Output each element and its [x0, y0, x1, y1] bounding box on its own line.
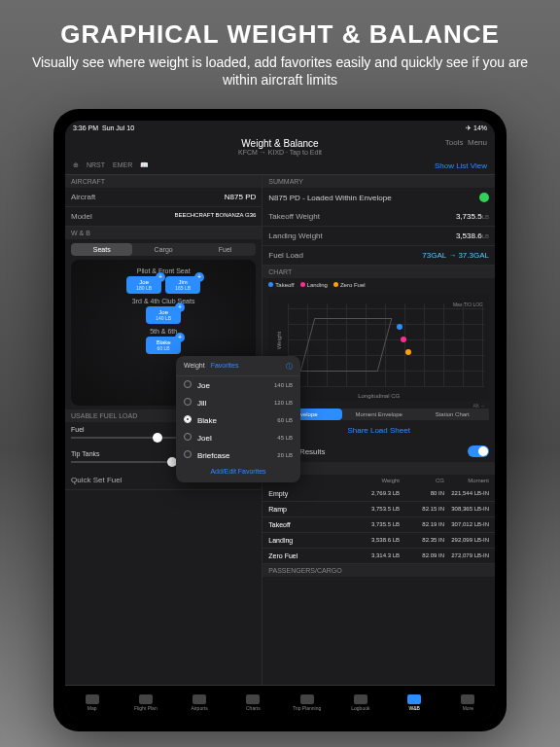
popover-tab-favorites[interactable]: Favorites	[211, 362, 239, 372]
tab-trip-planning[interactable]: Trip Planning	[280, 686, 333, 720]
check-icon	[479, 193, 489, 202]
tab-cargo[interactable]: Cargo	[132, 243, 193, 256]
wb-tabs[interactable]: Seats Cargo Fuel	[71, 243, 256, 256]
seat-3[interactable]: Joe140 LB+	[146, 306, 181, 324]
show-list-view-button[interactable]: Show List View	[435, 161, 487, 170]
tab-fuel[interactable]: Fuel	[194, 243, 256, 256]
summary-section: SUMMARY	[262, 175, 495, 188]
favorite-option[interactable]: Jill120 LB	[176, 394, 300, 411]
pax-section: PASSENGERS/CARGO	[262, 564, 495, 577]
add-icon[interactable]: +	[175, 333, 185, 342]
tab-station-chart[interactable]: Station Chart	[415, 409, 489, 420]
favorite-option[interactable]: Briefcase20 LB	[176, 446, 300, 464]
takeoff-point	[397, 324, 402, 330]
route-subtitle[interactable]: KFCM → KIXD · Tap to Edit	[65, 149, 495, 156]
favorite-option[interactable]: Blake60 LB	[176, 411, 300, 429]
tab-map[interactable]: Map	[65, 686, 119, 720]
tab-airports[interactable]: Airports	[173, 686, 227, 720]
statusbar: 3:36 PM Sun Jul 10 ✈︎ 14%	[65, 121, 495, 136]
add-icon[interactable]: +	[156, 272, 165, 282]
favorite-option[interactable]: Joe140 LB	[176, 376, 300, 394]
favorite-option[interactable]: Joel45 LB	[176, 429, 300, 446]
wb-section: W & B	[65, 227, 262, 239]
seat-front[interactable]: Jim165 LB+	[165, 276, 200, 294]
aircraft-section: AIRCRAFT	[65, 175, 262, 188]
tab-logbook[interactable]: Logbook	[333, 686, 387, 720]
chart-legend: Takeoff Landing Zero Fuel	[262, 278, 495, 292]
detailed-results-toggle[interactable]	[468, 445, 489, 457]
phase-row: Empty2,769.3 LB80 IN221,544 LB-IN	[262, 486, 495, 502]
ipad-frame: 3:36 PM Sun Jul 10 ✈︎ 14% Weight & Balan…	[53, 109, 507, 731]
add-icon[interactable]: +	[175, 302, 185, 312]
chart-section: CHART	[262, 266, 495, 278]
model-row: Model BEECHCRAFT BONANZA G36	[65, 207, 262, 227]
phase-row: Landing3,538.6 LB82.35 IN292,099 LB-IN	[262, 533, 495, 549]
hero-subtitle: Visually see where weight is loaded, add…	[29, 53, 531, 89]
tab-wb[interactable]: W&B	[388, 686, 441, 720]
waypoint-button[interactable]: ⊕	[73, 161, 79, 170]
phase-row: Zero Fuel3,314.3 LB82.09 IN272,079 LB-IN	[262, 549, 495, 564]
phase-row: Takeoff3,735.5 LB82.19 IN307,012 LB-IN	[262, 517, 495, 533]
seat-pilot[interactable]: Joe180 LB+	[126, 276, 161, 294]
tab-seats[interactable]: Seats	[71, 243, 132, 256]
menu-button[interactable]: Menu	[468, 138, 487, 147]
tabbar: Map Flight Plan Airports Charts Trip Pla…	[65, 685, 495, 720]
favorites-popover: WeightFavoritesⓘ Joe140 LB Jill120 LB Bl…	[176, 356, 300, 482]
phase-row: Ramp3,753.5 LB82.15 IN308,365 LB-IN	[262, 502, 495, 517]
status-text: N875 PD - Loaded Within Envelope	[268, 194, 391, 202]
tab-charts[interactable]: Charts	[227, 686, 280, 720]
add-edit-favorites-link[interactable]: Add/Edit Favorites	[176, 464, 300, 479]
info-icon[interactable]: ⓘ	[286, 362, 293, 372]
tab-flight-plan[interactable]: Flight Plan	[119, 686, 172, 720]
wb-chart[interactable]: Max T/O LOG Weight Longitudinal CG	[268, 294, 489, 401]
tools-button[interactable]: Tools	[445, 138, 464, 147]
seat-5[interactable]: Blake60 LB+	[146, 337, 181, 354]
hero-title: GRAPHICAL WEIGHT & BALANCE	[29, 19, 531, 50]
tab-moment-envelope[interactable]: Moment Envelope	[342, 409, 416, 420]
add-icon[interactable]: +	[194, 272, 204, 282]
zerofuel-point	[405, 349, 411, 355]
nrst-button[interactable]: NRST	[87, 161, 105, 170]
book-icon[interactable]: 📖	[140, 161, 149, 170]
aircraft-row[interactable]: Aircraft N875 PD	[65, 188, 262, 207]
emer-button[interactable]: EMER	[113, 161, 132, 170]
tab-more[interactable]: More	[441, 686, 495, 720]
envelope-polygon	[300, 318, 393, 372]
page-title: Weight & Balance	[65, 138, 495, 149]
popover-tab-weight[interactable]: Weight	[184, 362, 205, 372]
